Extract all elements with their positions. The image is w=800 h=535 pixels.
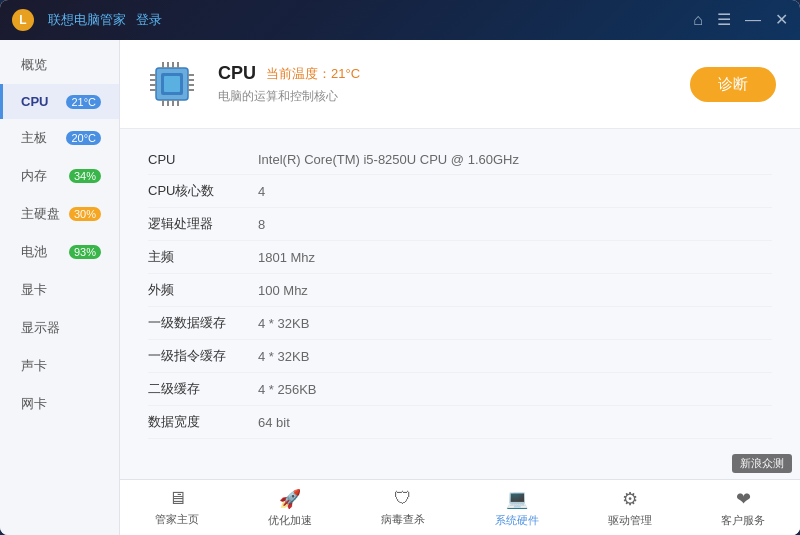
sidebar-label-sound: 声卡 bbox=[21, 357, 47, 375]
close-icon[interactable]: ✕ bbox=[775, 12, 788, 28]
nav-item-optimize[interactable]: 🚀 优化加速 bbox=[255, 484, 325, 532]
sidebar-badge-cpu: 21°C bbox=[66, 95, 101, 109]
detail-row-base-freq: 主频 1801 Mhz bbox=[148, 241, 772, 274]
sidebar-badge-motherboard: 20°C bbox=[66, 131, 101, 145]
nav-item-service[interactable]: ❤ 客户服务 bbox=[708, 484, 778, 532]
home-nav-icon: 🖥 bbox=[168, 488, 186, 509]
nav-label-service: 客户服务 bbox=[721, 513, 765, 528]
title-bar: L 联想电脑管家 登录 ⌂ ☰ — ✕ bbox=[0, 0, 800, 40]
sidebar-item-hdd[interactable]: 主硬盘 30% bbox=[0, 195, 119, 233]
optimize-nav-icon: 🚀 bbox=[279, 488, 301, 510]
sidebar-badge-hdd: 30% bbox=[69, 207, 101, 221]
sidebar-item-memory[interactable]: 内存 34% bbox=[0, 157, 119, 195]
detail-label-l1-inst: 一级指令缓存 bbox=[148, 347, 258, 365]
detail-label-cores: CPU核心数 bbox=[148, 182, 258, 200]
title-bar-controls: ⌂ ☰ — ✕ bbox=[693, 12, 788, 28]
login-link[interactable]: 登录 bbox=[136, 12, 162, 27]
detail-row-cpu: CPU Intel(R) Core(TM) i5-8250U CPU @ 1.6… bbox=[148, 145, 772, 175]
cpu-temp: 当前温度：21°C bbox=[266, 65, 360, 83]
detail-row-l1-inst: 一级指令缓存 4 * 32KB bbox=[148, 340, 772, 373]
detail-row-ext-freq: 外频 100 Mhz bbox=[148, 274, 772, 307]
nav-item-driver[interactable]: ⚙ 驱动管理 bbox=[595, 484, 665, 532]
detail-value-base-freq: 1801 Mhz bbox=[258, 250, 315, 265]
sidebar-label-gpu: 显卡 bbox=[21, 281, 47, 299]
nav-label-home: 管家主页 bbox=[155, 512, 199, 527]
sidebar-item-overview[interactable]: 概览 bbox=[0, 46, 119, 84]
sidebar-item-sound[interactable]: 声卡 bbox=[0, 347, 119, 385]
detail-value-cores: 4 bbox=[258, 184, 265, 199]
detail-label-base-freq: 主频 bbox=[148, 248, 258, 266]
detail-row-l1-data: 一级数据缓存 4 * 32KB bbox=[148, 307, 772, 340]
detail-value-l1-data: 4 * 32KB bbox=[258, 316, 309, 331]
detail-value-data-width: 64 bit bbox=[258, 415, 290, 430]
cpu-header-info: CPU 当前温度：21°C 电脑的运算和控制核心 bbox=[218, 63, 690, 105]
menu-icon[interactable]: ☰ bbox=[717, 12, 731, 28]
title-bar-text: 联想电脑管家 登录 bbox=[42, 11, 693, 29]
cpu-header-subtitle: 电脑的运算和控制核心 bbox=[218, 88, 690, 105]
sidebar-item-display[interactable]: 显示器 bbox=[0, 309, 119, 347]
detail-label-l2: 二级缓存 bbox=[148, 380, 258, 398]
sidebar-badge-memory: 34% bbox=[69, 169, 101, 183]
detail-row-l2: 二级缓存 4 * 256KB bbox=[148, 373, 772, 406]
diagnose-button[interactable]: 诊断 bbox=[690, 67, 776, 102]
minimize-icon[interactable]: — bbox=[745, 12, 761, 28]
svg-rect-2 bbox=[164, 76, 180, 92]
antivirus-nav-icon: 🛡 bbox=[394, 488, 412, 509]
nav-label-driver: 驱动管理 bbox=[608, 513, 652, 528]
home-icon[interactable]: ⌂ bbox=[693, 12, 703, 28]
sidebar-badge-battery: 93% bbox=[69, 245, 101, 259]
driver-nav-icon: ⚙ bbox=[622, 488, 638, 510]
detail-label-ext-freq: 外频 bbox=[148, 281, 258, 299]
detail-value-cpu: Intel(R) Core(TM) i5-8250U CPU @ 1.60GHz bbox=[258, 152, 519, 167]
detail-value-logical: 8 bbox=[258, 217, 265, 232]
sidebar-item-motherboard[interactable]: 主板 20°C bbox=[0, 119, 119, 157]
detail-row-logical: 逻辑处理器 8 bbox=[148, 208, 772, 241]
cpu-header-title: CPU 当前温度：21°C bbox=[218, 63, 690, 84]
sidebar-label-network: 网卡 bbox=[21, 395, 47, 413]
detail-value-ext-freq: 100 Mhz bbox=[258, 283, 308, 298]
cpu-title-label: CPU bbox=[218, 63, 256, 84]
detail-row-data-width: 数据宽度 64 bit bbox=[148, 406, 772, 439]
sidebar-item-network[interactable]: 网卡 bbox=[0, 385, 119, 423]
nav-label-optimize: 优化加速 bbox=[268, 513, 312, 528]
sidebar-label-overview: 概览 bbox=[21, 56, 47, 74]
nav-label-hardware: 系统硬件 bbox=[495, 513, 539, 528]
detail-label-logical: 逻辑处理器 bbox=[148, 215, 258, 233]
sidebar: 概览 CPU 21°C 主板 20°C 内存 34% 主硬盘 30% 电池 93… bbox=[0, 40, 120, 535]
service-nav-icon: ❤ bbox=[736, 488, 751, 510]
sidebar-item-gpu[interactable]: 显卡 bbox=[0, 271, 119, 309]
detail-value-l1-inst: 4 * 32KB bbox=[258, 349, 309, 364]
app-window: L 联想电脑管家 登录 ⌂ ☰ — ✕ 概览 CPU 21°C 主板 20°C bbox=[0, 0, 800, 535]
app-name: 联想电脑管家 bbox=[48, 12, 126, 27]
sidebar-label-memory: 内存 bbox=[21, 167, 47, 185]
detail-row-cores: CPU核心数 4 bbox=[148, 175, 772, 208]
sidebar-label-hdd: 主硬盘 bbox=[21, 205, 60, 223]
sidebar-label-battery: 电池 bbox=[21, 243, 47, 261]
detail-label-l1-data: 一级数据缓存 bbox=[148, 314, 258, 332]
cpu-header: CPU 当前温度：21°C 电脑的运算和控制核心 诊断 bbox=[120, 40, 800, 129]
sidebar-label-cpu: CPU bbox=[21, 94, 48, 109]
cpu-icon bbox=[144, 56, 200, 112]
sidebar-label-display: 显示器 bbox=[21, 319, 60, 337]
cpu-details: CPU Intel(R) Core(TM) i5-8250U CPU @ 1.6… bbox=[120, 129, 800, 479]
nav-item-antivirus[interactable]: 🛡 病毒查杀 bbox=[368, 484, 438, 531]
sidebar-label-motherboard: 主板 bbox=[21, 129, 47, 147]
detail-value-l2: 4 * 256KB bbox=[258, 382, 317, 397]
sidebar-item-battery[interactable]: 电池 93% bbox=[0, 233, 119, 271]
content-area: CPU 当前温度：21°C 电脑的运算和控制核心 诊断 CPU Intel(R)… bbox=[120, 40, 800, 535]
bottom-nav: 🖥 管家主页 🚀 优化加速 🛡 病毒查杀 💻 系统硬件 ⚙ 驱动管理 bbox=[120, 479, 800, 535]
detail-label-data-width: 数据宽度 bbox=[148, 413, 258, 431]
nav-item-home[interactable]: 🖥 管家主页 bbox=[142, 484, 212, 531]
detail-label-cpu: CPU bbox=[148, 152, 258, 167]
hardware-nav-icon: 💻 bbox=[506, 488, 528, 510]
nav-label-antivirus: 病毒查杀 bbox=[381, 512, 425, 527]
main-area: 概览 CPU 21°C 主板 20°C 内存 34% 主硬盘 30% 电池 93… bbox=[0, 40, 800, 535]
sidebar-item-cpu[interactable]: CPU 21°C bbox=[0, 84, 119, 119]
app-logo: L bbox=[12, 9, 34, 31]
nav-item-hardware[interactable]: 💻 系统硬件 bbox=[482, 484, 552, 532]
